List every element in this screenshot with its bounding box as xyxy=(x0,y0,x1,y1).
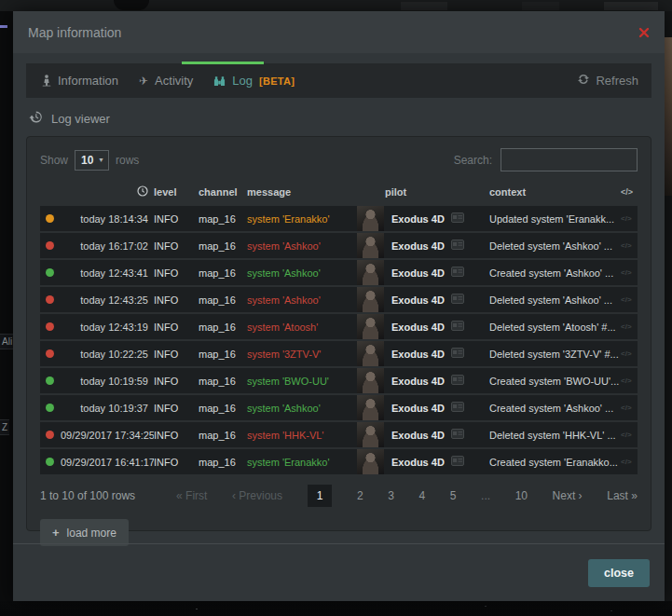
log-row: today 12:43:19INFOmap_16system 'Atoosh'E… xyxy=(40,314,638,339)
dialog-footer: close xyxy=(13,543,665,601)
row-code-icon[interactable]: </> xyxy=(621,431,638,439)
pilot-avatar xyxy=(357,233,384,258)
log-timestamp: today 16:17:02 xyxy=(61,240,154,252)
background-connection-line xyxy=(0,25,7,28)
log-timestamp: 09/29/2017 16:41:17 xyxy=(61,457,154,468)
load-more-button[interactable]: + load more xyxy=(40,519,129,546)
column-header-context[interactable]: context xyxy=(489,186,621,198)
refresh-button[interactable]: Refresh xyxy=(570,74,646,88)
timestamp-column-header[interactable] xyxy=(61,185,154,198)
column-header-message[interactable]: message xyxy=(247,186,357,198)
log-panel: Show 10 ▼ rows Search: level xyxy=(26,136,651,531)
id-card-icon xyxy=(451,267,464,279)
close-button[interactable]: close xyxy=(588,559,650,587)
log-level: INFO xyxy=(154,213,199,225)
history-icon xyxy=(29,110,43,127)
log-context: Deleted system 'Ashkoo' ... xyxy=(489,294,621,306)
log-row: today 12:43:25INFOmap_16system 'Ashkoo'E… xyxy=(40,287,638,312)
beta-badge: [BETA] xyxy=(259,75,295,87)
row-code-icon[interactable]: </> xyxy=(621,322,638,331)
log-message: system 'HHK-VL' xyxy=(247,430,357,441)
status-dot xyxy=(46,268,54,277)
log-row: today 10:19:59INFOmap_16system 'BWO-UU'E… xyxy=(40,368,638,393)
log-row: today 12:43:41INFOmap_16system 'Ashkoo'E… xyxy=(40,260,638,285)
tab-log[interactable]: Log [BETA] xyxy=(203,63,305,98)
status-cell xyxy=(40,213,61,225)
active-tab-indicator xyxy=(182,62,264,64)
log-message: system 'Eranakko' xyxy=(247,213,357,225)
load-more-label: load more xyxy=(67,527,117,540)
pagination-page-10[interactable]: 10 xyxy=(515,489,528,502)
log-context: Created system 'Ashkoo' ... xyxy=(489,267,621,279)
status-cell xyxy=(40,294,61,306)
tab-bar: Information ✈ Activity Log [BETA] Refres… xyxy=(26,63,651,98)
pilot-name-text: Exodus 4D xyxy=(391,376,445,387)
log-level: INFO xyxy=(154,322,199,333)
pilot-name-text: Exodus 4D xyxy=(391,213,445,225)
pagination: 1 to 10 of 100 rows « First ‹ Previous 1… xyxy=(40,485,638,507)
log-message: system 'Ashkoo' xyxy=(247,240,357,252)
pagination-page-3[interactable]: 3 xyxy=(388,489,394,502)
column-header-pilot[interactable]: pilot xyxy=(385,186,489,198)
pilot-name-text: Exodus 4D xyxy=(391,403,445,414)
pagination-previous[interactable]: ‹ Previous xyxy=(232,489,282,502)
background-fragment xyxy=(522,2,559,10)
row-code-icon[interactable]: </> xyxy=(621,214,638,223)
row-code-icon[interactable]: </> xyxy=(621,376,638,385)
column-header-level[interactable]: level xyxy=(154,186,199,198)
pilot-name-text: Exodus 4D xyxy=(391,267,445,279)
log-level: INFO xyxy=(154,403,199,414)
row-code-icon[interactable]: </> xyxy=(621,349,638,358)
pagination-page-5[interactable]: 5 xyxy=(450,489,457,502)
pagination-last[interactable]: Last » xyxy=(607,489,638,502)
page-size-value: 10 xyxy=(81,154,93,167)
tab-information[interactable]: Information xyxy=(32,63,129,98)
star xyxy=(196,609,198,609)
page-size-select[interactable]: 10 ▼ xyxy=(75,150,109,171)
pagination-first[interactable]: « First xyxy=(176,489,207,502)
log-message: system 'Atoosh' xyxy=(247,322,357,333)
pilot-avatar xyxy=(357,314,384,339)
pagination-page-4[interactable]: 4 xyxy=(418,489,425,502)
log-context: Created system 'BWO-UU'... xyxy=(489,376,621,387)
tab-activity[interactable]: ✈ Activity xyxy=(129,63,203,98)
pilot-avatar xyxy=(357,395,384,420)
row-code-icon[interactable]: </> xyxy=(621,295,638,304)
row-code-icon[interactable]: </> xyxy=(621,458,638,466)
row-code-icon[interactable]: </> xyxy=(621,241,638,250)
search-input[interactable] xyxy=(501,148,638,171)
code-column-header: </> xyxy=(621,187,638,197)
log-timestamp: today 12:43:25 xyxy=(61,294,154,306)
pilot-name: Exodus 4D xyxy=(385,375,489,387)
star xyxy=(485,606,487,607)
log-timestamp: today 18:14:34 xyxy=(61,213,154,225)
pagination-page-1[interactable]: 1 xyxy=(308,485,333,507)
row-code-icon[interactable]: </> xyxy=(621,268,638,277)
id-card-icon xyxy=(451,240,464,252)
log-level: INFO xyxy=(154,430,199,441)
log-viewer-heading: Log viewer xyxy=(29,110,651,127)
status-cell xyxy=(40,430,61,441)
plus-icon: + xyxy=(52,526,60,540)
background-notch xyxy=(114,0,149,10)
close-icon[interactable] xyxy=(638,27,650,38)
search-box: Search: xyxy=(454,148,638,171)
log-row: today 10:19:37INFOmap_16system 'Ashkoo'E… xyxy=(40,395,638,420)
log-channel: map_16 xyxy=(199,213,247,225)
pagination-page-2[interactable]: 2 xyxy=(357,489,363,502)
column-header-channel[interactable]: channel xyxy=(199,186,247,198)
pilot-name-text: Exodus 4D xyxy=(391,457,445,468)
pagination-next[interactable]: Next › xyxy=(553,489,583,502)
row-code-icon[interactable]: </> xyxy=(621,404,638,412)
pilot-name: Exodus 4D xyxy=(385,240,489,252)
refresh-label: Refresh xyxy=(596,74,638,88)
log-timestamp: 09/29/2017 17:34:25 xyxy=(61,430,154,441)
log-context: Created system 'Eranakko... xyxy=(489,457,621,468)
log-row: 09/29/2017 16:41:17INFOmap_16system 'Era… xyxy=(40,449,638,474)
status-cell xyxy=(40,457,61,468)
log-context: Created system 'Ashkoo' ... xyxy=(489,403,621,414)
pilot-name: Exodus 4D xyxy=(385,212,489,225)
background-map-edge: Ali Z xyxy=(0,11,13,601)
table-controls: Show 10 ▼ rows Search: xyxy=(40,148,638,171)
status-dot xyxy=(46,214,54,223)
